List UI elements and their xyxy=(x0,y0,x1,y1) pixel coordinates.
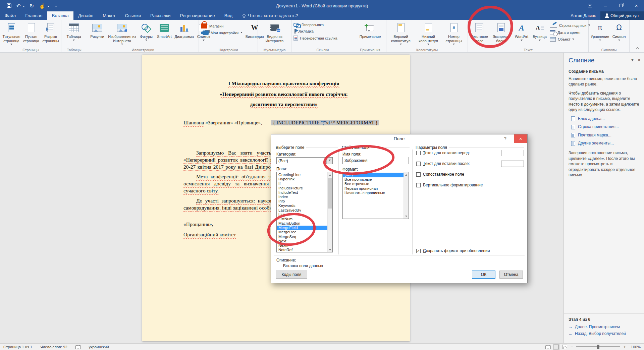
pane-link[interactable]: Почтовая марка... xyxy=(571,132,639,138)
pane-link[interactable]: Другие элементы... xyxy=(571,140,639,146)
language-indicator[interactable]: украинский xyxy=(89,345,109,349)
ribbon-tab[interactable]: Вставка xyxy=(47,11,73,20)
store-button[interactable]: Магазин xyxy=(201,23,243,28)
date-time-button[interactable]: Дата и время xyxy=(550,30,590,35)
field-list-item[interactable]: If xyxy=(277,181,327,186)
redo-icon[interactable]: ↻ xyxy=(30,3,34,8)
zoom-slider[interactable] xyxy=(576,346,620,347)
online-video-button[interactable]: Видео из Интернета xyxy=(261,21,288,47)
zoom-level[interactable]: 100% xyxy=(629,345,641,349)
zoom-out-button[interactable]: − xyxy=(571,344,573,349)
format-list-item[interactable]: (нет) xyxy=(343,173,404,177)
text-box-button[interactable]: Текстовое поле xyxy=(469,21,490,47)
drop-cap-button[interactable]: A Буквица xyxy=(531,21,548,47)
collapse-ribbon-icon[interactable] xyxy=(635,46,641,50)
checkbox-icon[interactable] xyxy=(416,172,421,177)
field-list-item[interactable]: ListNum xyxy=(277,217,327,221)
minimize-button[interactable]: – xyxy=(598,0,613,11)
categories-dropdown[interactable]: (Все) xyxy=(276,157,333,164)
hyperlink-button[interactable]: Гиперссылка xyxy=(293,23,352,27)
ribbon-display-options-button[interactable] xyxy=(582,0,598,11)
equation-button[interactable]: π Уравнение xyxy=(590,21,610,47)
save-icon[interactable] xyxy=(7,3,11,8)
pane-back-link[interactable]: ← Назад. Выбор получателей xyxy=(569,331,639,336)
zoom-in-button[interactable]: + xyxy=(623,344,626,349)
field-list-item[interactable]: MacroButton xyxy=(277,221,327,226)
bookmark-button[interactable]: Закладка xyxy=(293,29,352,34)
field-list-item[interactable]: Keywords xyxy=(277,203,327,208)
pane-next-link[interactable]: → Далее. Просмотр писем xyxy=(569,325,639,329)
undo-icon[interactable]: ↶ xyxy=(16,3,21,8)
text-after-option[interactable]: Текст для вставки после: xyxy=(416,161,470,166)
field-list-item[interactable]: Index xyxy=(277,195,327,199)
field-list-item[interactable]: MergeSeq xyxy=(277,235,327,239)
field-list-item[interactable]: LastSavedBy xyxy=(277,208,327,213)
share-button[interactable]: Общий доступ xyxy=(600,11,644,20)
field-list-item[interactable]: IncludePicture xyxy=(277,186,327,190)
field-list-item[interactable]: IncludeText xyxy=(277,190,327,195)
field-list-item[interactable]: Info xyxy=(277,199,327,203)
text-after-input[interactable] xyxy=(501,161,524,167)
field-list-item[interactable]: MergeField xyxy=(277,226,327,230)
ribbon-tab[interactable]: Рассылки xyxy=(146,11,175,20)
online-pictures-button[interactable]: Изображения из Интернета xyxy=(107,21,138,47)
word-count[interactable]: Число слов: 92 xyxy=(40,345,67,349)
customize-qat-icon[interactable] xyxy=(55,6,57,8)
blank-page-button[interactable]: Пустая страница xyxy=(21,21,41,47)
cancel-button[interactable]: Отмена xyxy=(499,271,523,279)
dialog-close-button[interactable]: × xyxy=(514,134,527,143)
fields-scrollbar[interactable] xyxy=(327,172,332,252)
object-button[interactable]: Объект xyxy=(550,37,590,42)
checkbox-icon[interactable] xyxy=(416,183,421,187)
format-list-item[interactable]: Начинать с прописных xyxy=(343,191,404,195)
touch-dropdown-icon[interactable] xyxy=(47,6,49,8)
touch-mode-icon[interactable]: ☝ xyxy=(39,3,45,8)
restore-button[interactable] xyxy=(613,0,629,11)
signature-line-button[interactable]: Строка подписи xyxy=(550,23,590,28)
preserve-formatting-option[interactable]: ✓ Сохранять формат при обновлении xyxy=(416,248,490,253)
ribbon-tab[interactable]: Вид xyxy=(220,11,237,20)
symbol-button[interactable]: Ω Символ xyxy=(610,21,628,47)
field-list-item[interactable]: GreetingLine xyxy=(277,173,327,177)
close-button[interactable]: × xyxy=(629,0,644,11)
web-layout-button[interactable] xyxy=(562,345,567,349)
combo-arrow-icon[interactable] xyxy=(326,158,332,164)
shapes-button[interactable]: Фигуры xyxy=(138,21,155,47)
table-button[interactable]: Таблица xyxy=(62,21,86,47)
undo-dropdown-icon[interactable] xyxy=(23,6,25,8)
tell-me-search[interactable]: Что вы хотите сделать? xyxy=(243,11,298,20)
field-list-item[interactable]: MergeRec xyxy=(277,230,327,234)
text-before-input[interactable] xyxy=(501,150,524,156)
format-list-item[interactable]: Все строчные xyxy=(343,182,404,186)
pane-collapse-icon[interactable]: ▼ xyxy=(631,58,634,62)
chart-button[interactable]: Диаграмма xyxy=(174,21,195,47)
cover-page-button[interactable]: Титульная страница xyxy=(1,21,21,47)
header-button[interactable]: Верхний колонтитул xyxy=(387,21,415,47)
dialog-titlebar[interactable]: Поле ? × xyxy=(271,134,527,143)
ribbon-tab[interactable]: Рецензирование xyxy=(175,11,220,20)
field-list-item[interactable]: NoteRef xyxy=(277,248,327,252)
ribbon-tab[interactable]: Главная xyxy=(20,11,47,20)
comment-button[interactable]: Примечание xyxy=(356,21,385,47)
pane-link[interactable]: Блок адреса... xyxy=(571,116,639,122)
merge-field-code[interactable]: { INCLUDEPICTURE "¦"\d \* MERGEFORMAT } xyxy=(271,120,379,125)
footer-button[interactable]: Нижний колонтитул xyxy=(415,21,442,47)
proofing-book-icon[interactable] xyxy=(75,345,81,349)
user-name[interactable]: Антон Дасюк xyxy=(571,13,596,18)
field-list-item[interactable]: Next xyxy=(277,239,327,243)
read-mode-button[interactable] xyxy=(545,345,550,349)
field-list-item[interactable]: Link xyxy=(277,213,327,217)
mapped-field-option[interactable]: Сопоставленное поле xyxy=(416,172,464,177)
checkbox-icon[interactable] xyxy=(416,151,421,155)
field-name-input[interactable]: Зображення xyxy=(342,157,409,164)
scroll-up-icon[interactable] xyxy=(328,172,332,177)
ribbon-tab[interactable]: Дизайн xyxy=(73,11,98,20)
page-number-button[interactable]: # Номер страницы xyxy=(442,21,466,47)
format-list-item[interactable]: Все прописные xyxy=(343,177,404,182)
pane-link[interactable]: Строка приветствия... xyxy=(571,124,639,130)
cross-reference-button[interactable]: Перекрестная ссылка xyxy=(293,36,352,41)
ok-button[interactable]: ОК xyxy=(472,271,495,279)
smartart-button[interactable]: SmartArt xyxy=(155,21,174,47)
page-break-button[interactable]: Разрыв страницы xyxy=(41,21,60,47)
print-layout-button[interactable] xyxy=(554,345,559,349)
